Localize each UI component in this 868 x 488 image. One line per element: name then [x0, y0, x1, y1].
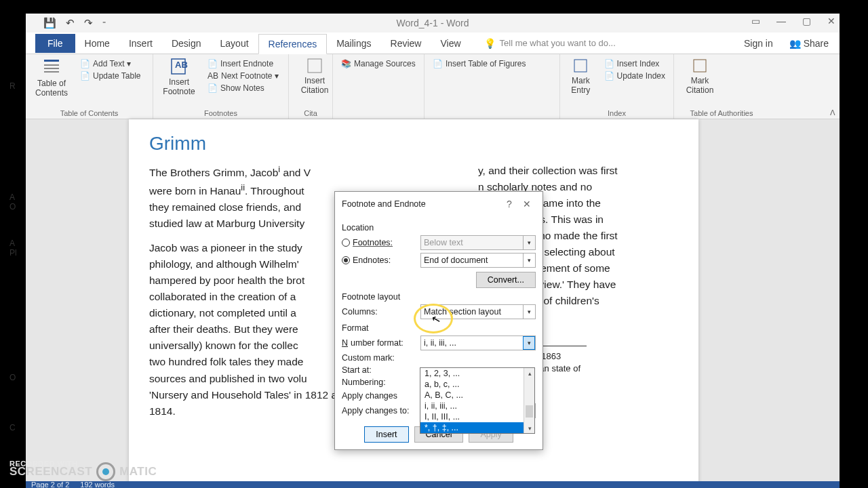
dropdown-option[interactable]: A, B, C, ... [420, 390, 534, 401]
save-icon[interactable]: 💾 [43, 17, 56, 29]
dropdown-option[interactable]: i, ii, iii, ... [420, 401, 534, 411]
dropdown-option[interactable]: 1, 2, 3, ... [420, 368, 534, 379]
dialog-help-icon[interactable]: ? [500, 197, 518, 211]
dialog-close-icon[interactable]: ✕ [518, 197, 536, 211]
insert-footnote-button[interactable]: AB Insert Footnote [159, 57, 199, 97]
watermark: SCREENCAST MATIC [9, 462, 157, 481]
scroll-thumb[interactable] [526, 405, 533, 418]
svg-rect-1 [44, 64, 59, 66]
ribbon-options-icon[interactable]: ▭ [751, 16, 760, 26]
dropdown-option[interactable]: I, II, III, ... [420, 411, 534, 422]
manage-sources-button[interactable]: 📚 Manage Sources [338, 58, 418, 69]
insert-button[interactable]: Insert [364, 426, 408, 443]
bulb-icon: 💡 [484, 38, 496, 49]
svg-rect-0 [44, 60, 59, 62]
svg-rect-6 [308, 59, 321, 73]
tab-design[interactable]: Design [162, 34, 211, 53]
page-indicator[interactable]: Page 2 of 2 [31, 481, 69, 488]
group-index-label: Index [560, 109, 673, 117]
tab-insert[interactable]: Insert [119, 34, 162, 53]
format-header: Format [342, 323, 536, 333]
footnote-label: Insert Footnote [163, 77, 195, 97]
cropped-text: R AO APl O C [9, 81, 17, 432]
add-text-button[interactable]: 📄 Add Text ▾ [77, 58, 144, 69]
undo-icon[interactable]: ↶ [66, 17, 75, 29]
mark-citation-label: Mark Citation [686, 76, 714, 96]
dialog-title: Footnote and Endnote [342, 199, 426, 209]
window-title: Word_4-1 - Word [397, 18, 469, 28]
show-notes-button[interactable]: 📄 Show Notes [205, 83, 281, 94]
endnotes-radio[interactable]: Endnotes: [342, 256, 418, 265]
number-format-label: Number format: [342, 338, 418, 348]
dropdown-option[interactable]: a, b, c, ... [420, 379, 534, 390]
watermark-logo-icon [96, 462, 115, 481]
svg-text:AB: AB [175, 60, 188, 70]
mark-entry-label: Mark Entry [571, 76, 590, 96]
insert-tof-button[interactable]: 📄 Insert Table of Figures [430, 58, 554, 69]
insert-endnote-button[interactable]: 📄 Insert Endnote [205, 58, 281, 69]
page-title: Grimm [149, 133, 678, 155]
custom-mark-label: Custom mark: [342, 353, 418, 363]
tell-me-box[interactable]: 💡 Tell me what you want to do... [484, 38, 616, 49]
svg-rect-7 [574, 60, 587, 72]
table-of-contents-button[interactable]: Table of Contents [31, 57, 72, 98]
columns-combo[interactable]: Match section layout▾ [420, 304, 536, 319]
numbering-label: Numbering: [342, 378, 418, 387]
tab-home[interactable]: Home [75, 34, 119, 53]
scroll-down-icon[interactable]: ▾ [524, 423, 535, 433]
svg-rect-2 [44, 68, 59, 69]
start-at-label: Start at: [342, 365, 418, 375]
location-header: Location [342, 223, 536, 232]
footnotes-location-combo: Below text▾ [420, 235, 536, 250]
dropdown-scrollbar[interactable]: ▴ ▾ [524, 368, 534, 433]
citation-label: Insert Citation [301, 76, 329, 96]
word-count[interactable]: 192 words [80, 481, 115, 488]
tab-view[interactable]: View [431, 34, 470, 53]
minimize-icon[interactable]: — [776, 16, 786, 26]
toc-label: Table of Contents [35, 79, 68, 98]
number-format-dropdown[interactable]: 1, 2, 3, ... a, b, c, ... A, B, C, ... i… [420, 367, 535, 434]
footnotes-radio[interactable]: Footnotes: [342, 238, 418, 247]
quick-access-toolbar: 💾 ↶ ↷ ⁼ [26, 17, 106, 29]
sign-in-button[interactable]: Sign in [744, 38, 773, 49]
group-citations-label: Cita [289, 109, 332, 117]
tab-references[interactable]: References [258, 34, 328, 54]
layout-header: Footnote layout [342, 292, 536, 302]
share-button[interactable]: 👥 Share [789, 38, 829, 49]
tab-layout[interactable]: Layout [211, 34, 258, 53]
convert-button[interactable]: Convert... [476, 272, 536, 288]
group-footnotes-label: Footnotes [153, 109, 288, 117]
update-index-button[interactable]: 📄 Update Index [601, 70, 668, 81]
next-footnote-button[interactable]: AB Next Footnote ▾ [205, 70, 281, 81]
close-icon[interactable]: ✕ [827, 16, 835, 26]
ribbon-tabs: File Home Insert Design Layout Reference… [26, 33, 840, 54]
columns-label: Columns: [342, 307, 418, 317]
status-bar: Page 2 of 2 192 words [26, 481, 840, 488]
scroll-up-icon[interactable]: ▴ [524, 368, 535, 378]
group-toc-label: Table of Contents [26, 109, 153, 117]
tab-mailings[interactable]: Mailings [327, 34, 380, 53]
insert-citation-button[interactable]: Insert Citation [294, 57, 335, 96]
maximize-icon[interactable]: ▢ [802, 16, 811, 26]
tab-file[interactable]: File [35, 34, 75, 53]
title-bar: 💾 ↶ ↷ ⁼ Word_4-1 - Word ▭ — ▢ ✕ [26, 14, 840, 33]
svg-rect-8 [694, 60, 706, 72]
document-area: Grimm The Brothers Grimm, Jacobi and V w… [26, 119, 840, 488]
update-table-button[interactable]: 📄 Update Table [77, 70, 144, 81]
insert-index-button[interactable]: 📄 Insert Index [601, 58, 668, 69]
number-format-combo[interactable]: i, ii, iii, ...▾ [420, 336, 536, 350]
ribbon: Table of Contents 📄 Add Text ▾ 📄 Update … [26, 54, 840, 119]
mark-entry-button[interactable]: Mark Entry [566, 57, 596, 96]
footnote-endnote-dialog: Footnote and Endnote ? ✕ Location Footno… [334, 191, 543, 450]
tell-me-text: Tell me what you want to do... [500, 38, 616, 48]
apply-to-label: Apply changes to: [342, 406, 418, 415]
qat-dropdown-icon[interactable]: ⁼ [102, 20, 106, 27]
redo-icon[interactable]: ↷ [84, 17, 93, 29]
mark-citation-button[interactable]: Mark Citation [679, 57, 720, 96]
collapse-ribbon-icon[interactable]: ᐱ [830, 108, 835, 117]
dropdown-option-selected[interactable]: *, †, ‡, ... [420, 422, 534, 433]
tab-review[interactable]: Review [381, 34, 431, 53]
endnotes-location-combo[interactable]: End of document▾ [420, 253, 536, 268]
svg-rect-3 [44, 71, 59, 73]
group-toa-label: Table of Authorities [674, 109, 769, 117]
